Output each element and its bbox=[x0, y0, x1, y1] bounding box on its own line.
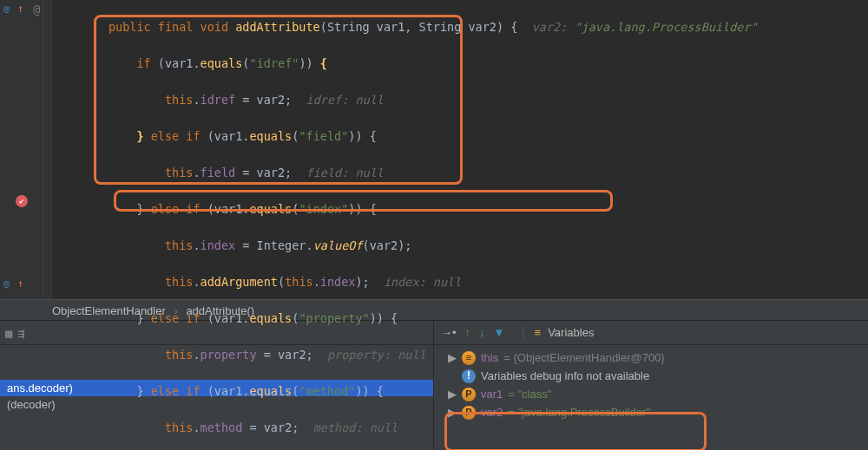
method-name: addAttribute bbox=[235, 20, 320, 34]
parameter-icon: P bbox=[462, 388, 476, 401]
override-up-icon[interactable]: ↑ bbox=[17, 277, 23, 290]
variable-this: ▶ ≡ this = {ObjectElementHandler@700} bbox=[434, 349, 868, 367]
breakpoint-hit-icon[interactable] bbox=[16, 195, 28, 207]
code-body[interactable]: public final void addAttribute(String va… bbox=[52, 0, 868, 299]
variable-var2: ▶ P var2 = "java.lang.ProcessBuilder" bbox=[434, 403, 868, 421]
info-icon: ! bbox=[462, 369, 476, 383]
inline-hint: var2: bbox=[532, 20, 575, 34]
variables-tree[interactable]: ▶ ≡ this = {ObjectElementHandler@700} ! … bbox=[434, 345, 868, 450]
expand-icon[interactable]: ▶ bbox=[448, 385, 457, 403]
keyword: public final void bbox=[108, 20, 235, 34]
parameter-icon: P bbox=[462, 406, 476, 420]
editor-gutter: ◎ ↑ @ ◎ ↑ bbox=[0, 0, 43, 299]
editor-area: ◎ ↑ @ ◎ ↑ public final void addAttribute… bbox=[0, 0, 868, 299]
layout-icon[interactable]: ▦ bbox=[5, 326, 12, 340]
fold-gutter bbox=[43, 0, 52, 299]
expand-icon[interactable]: ▶ bbox=[448, 403, 457, 421]
override-icon[interactable]: ◎ bbox=[3, 3, 10, 15]
variable-info: ! Variables debug info not available bbox=[434, 367, 868, 385]
inline-hint-value: "java.lang.ProcessBuilder" bbox=[574, 20, 757, 34]
override-icon[interactable]: ◎ bbox=[3, 277, 10, 290]
override-up-icon[interactable]: ↑ bbox=[17, 3, 23, 15]
object-icon: ≡ bbox=[462, 351, 476, 365]
at-icon: @ bbox=[33, 3, 40, 16]
settings-icon[interactable]: ⇶ bbox=[17, 326, 24, 340]
params: (String var1, String var2) bbox=[320, 20, 503, 34]
expand-icon[interactable]: ▶ bbox=[448, 349, 457, 367]
variable-var1: ▶ P var1 = "class" bbox=[434, 385, 868, 403]
